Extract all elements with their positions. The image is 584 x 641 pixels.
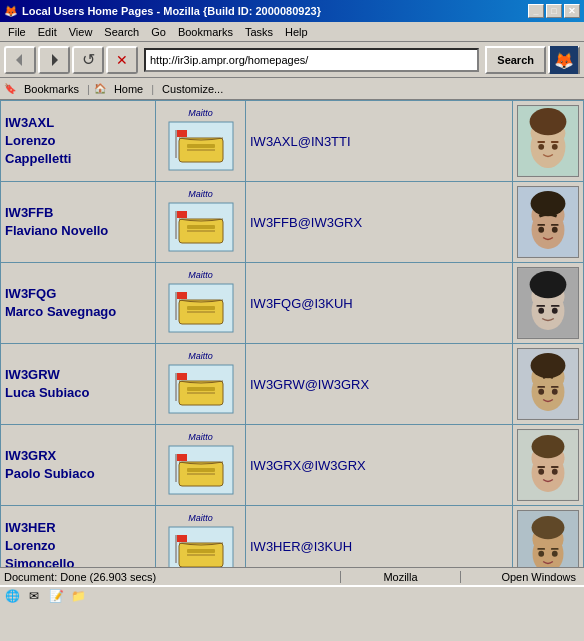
back-button[interactable] xyxy=(4,46,36,74)
svg-point-28 xyxy=(538,227,544,233)
user-info-cell: IW3AXL LorenzoCappelletti xyxy=(1,101,156,182)
svg-rect-16 xyxy=(537,141,545,143)
email-link[interactable]: IW3GRX@IW3GRX xyxy=(250,458,366,473)
mail-cell[interactable]: Maitto xyxy=(156,101,246,182)
mailbox-icon[interactable]: Maitto xyxy=(165,189,237,249)
table-row: IW3FQG Marco Savegnago Maitto IW3FQG@I3K… xyxy=(1,263,584,344)
email-link[interactable]: IW3HER@I3KUH xyxy=(250,539,352,554)
search-button[interactable]: Search xyxy=(485,46,546,74)
svg-point-55 xyxy=(531,353,566,378)
svg-rect-48 xyxy=(187,387,215,391)
address-input[interactable] xyxy=(146,54,477,66)
table-row: IW3GRX Paolo Subiaco Maitto IW3GRX@IW3GR… xyxy=(1,425,584,506)
home-link[interactable]: Home xyxy=(110,82,147,96)
email-link[interactable]: IW3GRW@IW3GRX xyxy=(250,377,369,392)
open-windows-status: Open Windows xyxy=(460,571,580,583)
email-link[interactable]: IW3AXL@IN3TTI xyxy=(250,134,351,149)
svg-marker-0 xyxy=(16,54,22,66)
svg-rect-49 xyxy=(175,373,177,401)
menu-file[interactable]: File xyxy=(2,24,32,40)
user-callsign: IW3FFB xyxy=(5,205,53,220)
minimize-button[interactable]: _ xyxy=(528,4,544,18)
doc-status: Document: Done (26.903 secs) xyxy=(4,571,340,583)
svg-point-84 xyxy=(538,551,544,557)
mail-cell[interactable]: Maitto xyxy=(156,182,246,263)
svg-point-13 xyxy=(530,108,567,135)
mail-cell[interactable]: Maitto xyxy=(156,506,246,568)
email-cell[interactable]: IW3HER@I3KUH xyxy=(246,506,513,568)
svg-rect-34 xyxy=(187,306,215,310)
mailto-label: Maitto xyxy=(165,108,237,118)
svg-rect-86 xyxy=(537,548,545,550)
menu-edit[interactable]: Edit xyxy=(32,24,63,40)
svg-rect-35 xyxy=(175,292,177,320)
mailbox-icon[interactable]: Maitto xyxy=(165,351,237,411)
menu-go[interactable]: Go xyxy=(145,24,172,40)
status-bar: Document: Done (26.903 secs) Mozilla Ope… xyxy=(0,567,584,585)
taskbar-folder-icon[interactable]: 📁 xyxy=(68,588,88,604)
close-button[interactable]: ✕ xyxy=(564,4,580,18)
mail-cell[interactable]: Maitto xyxy=(156,425,246,506)
photo-cell xyxy=(513,344,584,425)
stop-button[interactable]: ✕ xyxy=(106,46,138,74)
browser-icon: 🦊 xyxy=(4,5,18,18)
user-name: Paolo Subiaco xyxy=(5,466,95,481)
email-cell[interactable]: IW3AXL@IN3TTI xyxy=(246,101,513,182)
mailto-label: Maitto xyxy=(165,270,237,280)
menu-view[interactable]: View xyxy=(63,24,99,40)
menu-help[interactable]: Help xyxy=(279,24,314,40)
users-table: IW3AXL LorenzoCappelletti Maitto IW3AXL@… xyxy=(0,100,584,567)
svg-rect-36 xyxy=(177,292,187,299)
mailbox-icon[interactable]: Maitto xyxy=(165,108,237,168)
forward-button[interactable] xyxy=(38,46,70,74)
bookmarks-link[interactable]: Bookmarks xyxy=(20,82,83,96)
user-photo xyxy=(517,105,579,177)
title-bar: 🦊 Local Users Home Pages - Mozilla {Buil… xyxy=(0,0,584,22)
mailbox-icon[interactable]: Maitto xyxy=(165,270,237,330)
svg-point-83 xyxy=(532,516,565,539)
user-name: Marco Savegnago xyxy=(5,304,116,319)
email-cell[interactable]: IW3GRW@IW3GRX xyxy=(246,344,513,425)
table-row: IW3GRW Luca Subiaco Maitto IW3GRW@IW3GRX xyxy=(1,344,584,425)
email-link[interactable]: IW3FFB@IW3GRX xyxy=(250,215,362,230)
email-link[interactable]: IW3FQG@I3KUH xyxy=(250,296,353,311)
mail-cell[interactable]: Maitto xyxy=(156,344,246,425)
menu-search[interactable]: Search xyxy=(98,24,145,40)
user-callsign: IW3HER xyxy=(5,520,56,535)
taskbar-mail-icon[interactable]: ✉ xyxy=(24,588,44,604)
taskbar-globe-icon[interactable]: 🌐 xyxy=(2,588,22,604)
bookmarks-bar: 🔖 Bookmarks | 🏠 Home | Customize... xyxy=(0,78,584,100)
menu-tasks[interactable]: Tasks xyxy=(239,24,279,40)
mail-cell[interactable]: Maitto xyxy=(156,263,246,344)
svg-point-56 xyxy=(538,389,544,395)
table-row: IW3FFB Flaviano Novello Maitto IW3FFB@IW… xyxy=(1,182,584,263)
taskbar-edit-icon[interactable]: 📝 xyxy=(46,588,66,604)
mailbox-icon[interactable]: Maitto xyxy=(165,432,237,492)
mailto-label: Maitto xyxy=(165,432,237,442)
user-info-cell: IW3FFB Flaviano Novello xyxy=(1,182,156,263)
user-photo xyxy=(517,510,579,567)
menu-bookmarks[interactable]: Bookmarks xyxy=(172,24,239,40)
email-cell[interactable]: IW3FQG@I3KUH xyxy=(246,263,513,344)
svg-rect-8 xyxy=(177,130,187,137)
svg-rect-78 xyxy=(177,535,187,542)
user-photo xyxy=(517,186,579,258)
svg-text:🦊: 🦊 xyxy=(554,51,574,70)
email-cell[interactable]: IW3GRX@IW3GRX xyxy=(246,425,513,506)
svg-rect-17 xyxy=(551,141,559,143)
window-title: Local Users Home Pages - Mozilla {Build … xyxy=(22,5,528,17)
photo-cell xyxy=(513,101,584,182)
mailbox-icon[interactable]: Maitto xyxy=(165,513,237,568)
customize-link[interactable]: Customize... xyxy=(158,82,227,96)
reload-button[interactable]: ↺ xyxy=(72,46,104,74)
email-cell[interactable]: IW3FFB@IW3GRX xyxy=(246,182,513,263)
taskbar: 🌐 ✉ 📝 📁 xyxy=(0,585,584,605)
svg-rect-44 xyxy=(536,305,545,307)
user-callsign: IW3AXL xyxy=(5,115,54,130)
table-row: IW3AXL LorenzoCappelletti Maitto IW3AXL@… xyxy=(1,101,584,182)
maximize-button[interactable]: □ xyxy=(546,4,562,18)
svg-point-15 xyxy=(552,144,558,150)
svg-rect-63 xyxy=(175,454,177,482)
svg-rect-77 xyxy=(175,535,177,563)
main-content[interactable]: IW3AXL LorenzoCappelletti Maitto IW3AXL@… xyxy=(0,100,584,567)
